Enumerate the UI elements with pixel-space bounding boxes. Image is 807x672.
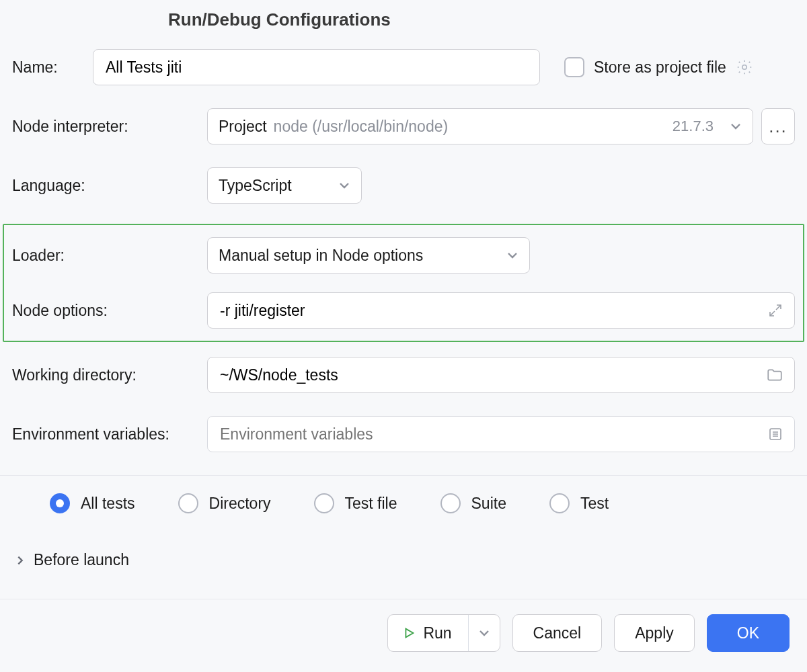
store-as-project-file-label: Store as project file [594, 58, 726, 77]
radio-test-file[interactable]: Test file [314, 493, 397, 513]
node-interpreter-label: Node interpreter: [12, 118, 207, 136]
working-directory-label: Working directory: [12, 366, 207, 384]
radio-suite[interactable]: Suite [440, 493, 506, 513]
loader-select[interactable]: Manual setup in Node options [207, 237, 530, 274]
node-options-label: Node options: [12, 302, 207, 320]
ok-button[interactable]: OK [707, 614, 790, 652]
radio-button[interactable] [314, 493, 334, 513]
env-vars-input-wrapper[interactable] [207, 416, 795, 452]
radio-test[interactable]: Test [549, 493, 609, 513]
name-label: Name: [12, 58, 93, 77]
env-vars-label: Environment variables: [12, 425, 207, 444]
chevron-down-icon [506, 249, 518, 261]
run-button-label: Run [423, 624, 451, 642]
apply-button[interactable]: Apply [614, 614, 695, 652]
form-area: Name: Store as project file Node interpr… [0, 49, 807, 599]
interpreter-prefix: Project [219, 118, 267, 136]
run-debug-config-dialog: Run/Debug Configurations Name: Store as … [0, 0, 807, 672]
env-vars-input[interactable] [219, 425, 767, 444]
store-as-project-file-checkbox[interactable] [564, 57, 584, 77]
node-interpreter-select[interactable]: Project node (/usr/local/bin/node) 21.7.… [207, 108, 753, 144]
radio-label: Test [580, 495, 609, 513]
before-launch-section[interactable]: Before launch [12, 551, 795, 569]
radio-label: Directory [209, 495, 271, 513]
radio-button[interactable] [440, 493, 461, 513]
chevron-down-icon [338, 179, 350, 192]
expand-icon[interactable] [767, 302, 783, 319]
radio-all-tests[interactable]: All tests [50, 493, 135, 513]
radio-button[interactable] [50, 493, 70, 513]
loader-value: Manual setup in Node options [219, 247, 423, 265]
test-scope-radio-group: All tests Directory Test file Suite Test [12, 493, 795, 513]
gear-icon[interactable] [736, 58, 753, 76]
node-options-input-wrapper[interactable] [207, 292, 795, 329]
radio-label: All tests [81, 495, 135, 513]
folder-icon[interactable] [766, 366, 783, 384]
node-version: 21.7.3 [672, 118, 714, 135]
name-input-wrapper[interactable] [93, 49, 540, 85]
interpreter-browse-button[interactable]: ... [761, 108, 795, 144]
svg-point-0 [742, 65, 747, 70]
radio-button[interactable] [178, 493, 198, 513]
working-directory-input-wrapper[interactable] [207, 357, 795, 393]
language-value: TypeScript [219, 177, 292, 195]
chevron-down-icon [478, 627, 490, 639]
run-button-dropdown[interactable] [469, 615, 500, 651]
run-button[interactable]: Run [387, 614, 500, 652]
dialog-title: Run/Debug Configurations [0, 0, 807, 49]
loader-label: Loader: [12, 247, 207, 265]
radio-button[interactable] [549, 493, 570, 513]
divider [0, 475, 807, 476]
cancel-button[interactable]: Cancel [512, 614, 603, 652]
highlighted-loader-section: Loader: Manual setup in Node options Nod… [3, 224, 804, 342]
node-options-input[interactable] [219, 301, 767, 321]
chevron-down-icon [730, 120, 742, 132]
play-icon [401, 626, 416, 640]
name-input[interactable] [104, 58, 529, 77]
run-button-main[interactable]: Run [388, 615, 468, 651]
working-directory-input[interactable] [219, 366, 766, 385]
list-icon[interactable] [767, 426, 783, 442]
language-select[interactable]: TypeScript [207, 167, 362, 204]
language-label: Language: [12, 177, 207, 195]
chevron-right-icon [15, 555, 26, 566]
radio-label: Test file [345, 495, 397, 513]
dialog-footer: Run Cancel Apply OK [0, 599, 807, 672]
interpreter-path: node (/usr/local/bin/node) [274, 118, 449, 136]
before-launch-label: Before launch [34, 551, 129, 569]
radio-label: Suite [471, 495, 506, 513]
radio-directory[interactable]: Directory [178, 493, 271, 513]
